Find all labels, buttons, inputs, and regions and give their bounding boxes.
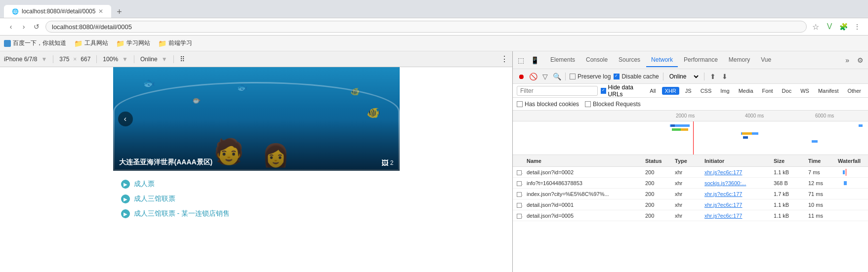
- zoom-selector[interactable]: 100%: [103, 56, 118, 63]
- devtools-panel: ⬚ 📱 Elements Console Sources Network Per…: [512, 51, 868, 272]
- filter-type-css[interactable]: CSS: [698, 87, 715, 95]
- new-tab-button[interactable]: +: [113, 6, 125, 18]
- extensions-icon[interactable]: 🧩: [838, 22, 848, 32]
- filter-type-other[interactable]: Other: [844, 87, 864, 95]
- filter-type-img[interactable]: Img: [717, 87, 732, 95]
- filter-type-xhr[interactable]: XHR: [662, 87, 679, 95]
- menu-icon[interactable]: ⋮: [852, 22, 862, 32]
- folder-icon: 📁: [74, 39, 83, 47]
- row-time: 11 ms: [804, 213, 834, 219]
- disable-cache-check-indicator: [614, 74, 620, 79]
- bookmark-tools[interactable]: 📁 工具网站: [74, 39, 108, 47]
- row-checkbox[interactable]: [513, 191, 523, 196]
- url-bar[interactable]: localhost:8080/#/detail/0005: [45, 21, 807, 33]
- image-count-text: 2: [390, 159, 394, 166]
- row-type: xhr: [671, 180, 701, 186]
- vuejs-icon[interactable]: V: [825, 22, 834, 32]
- bookmark-tools-label: 工具网站: [84, 39, 108, 47]
- reload-button[interactable]: ↺: [32, 22, 41, 32]
- device-icon[interactable]: 📱: [529, 54, 540, 66]
- clear-button[interactable]: 🚫: [529, 72, 537, 81]
- more-tabs-icon[interactable]: »: [841, 56, 853, 64]
- search-icon[interactable]: 🔍: [552, 72, 561, 81]
- table-row[interactable]: index.json?city=%E5%8C%97%... 200 xhr xh…: [513, 189, 868, 199]
- tab-memory[interactable]: Memory: [724, 53, 755, 67]
- hide-data-urls-checkbox[interactable]: Hide data URLs: [601, 84, 644, 98]
- export-har-button[interactable]: ⬇: [720, 72, 729, 81]
- tl-bar-2: [671, 124, 675, 127]
- devtools-toggle-icon[interactable]: ⋮: [500, 54, 508, 64]
- ticket-item-2[interactable]: ▶ 成人三馆联票: [121, 192, 392, 206]
- network-throttle-select[interactable]: Online Fast 3G Slow 3G Offline: [667, 73, 700, 80]
- row-initiator[interactable]: xhr.js?ec6c:177: [701, 213, 770, 219]
- has-blocked-cookies-checkbox[interactable]: Has blocked cookies: [517, 101, 579, 108]
- forward-button[interactable]: ›: [19, 22, 29, 32]
- tab-sources[interactable]: Sources: [614, 53, 645, 67]
- filter-type-doc[interactable]: Doc: [779, 87, 795, 95]
- preserve-log-check-indicator: [570, 74, 576, 79]
- bookmark-learning[interactable]: 📁 学习网站: [116, 39, 150, 47]
- row-initiator[interactable]: sockjs.js?3600:...: [701, 180, 770, 186]
- ticket-item-3[interactable]: ▶ 成人三馆联票 - 某一连锁店销售: [121, 206, 392, 221]
- table-row[interactable]: detail.json?id=0005 200 xhr xhr.js?ec6c:…: [513, 210, 868, 221]
- filter-type-js[interactable]: JS: [682, 87, 695, 95]
- height-value[interactable]: 667: [81, 56, 90, 63]
- table-row[interactable]: detail.json?id=0002 200 xhr xhr.js?ec6c:…: [513, 167, 868, 178]
- settings-icon[interactable]: ⚙: [854, 54, 866, 66]
- row-checkbox[interactable]: [513, 169, 523, 175]
- row-initiator[interactable]: xhr.js?ec6c:177: [701, 202, 770, 208]
- preserve-log-checkbox[interactable]: Preserve log: [570, 73, 611, 80]
- main-area: iPhone 6/7/8 ▼ 375 × 667 100% ▼ Online ▼…: [0, 51, 868, 272]
- tab-elements[interactable]: Elements: [545, 53, 580, 67]
- row-waterfall: [834, 181, 868, 185]
- blocked-requests-checkbox[interactable]: Blocked Requests: [585, 101, 641, 108]
- row-type: xhr: [671, 169, 701, 175]
- tab-close[interactable]: ✕: [98, 8, 103, 15]
- more-options-icon[interactable]: ⠿: [180, 55, 185, 63]
- row-initiator[interactable]: xhr.js?ec6c:177: [701, 191, 770, 197]
- ticket-item-1[interactable]: ▶ 成人票: [121, 177, 392, 192]
- import-har-button[interactable]: ⬆: [708, 72, 717, 81]
- tab-console[interactable]: Console: [581, 53, 613, 67]
- image-slider: 🐟 🐠 🐡 🐟 🐠 🧑 👩 ‹: [113, 67, 400, 171]
- bookmark-baidu[interactable]: 百度一下，你就知道: [4, 39, 66, 47]
- bookmark-frontend[interactable]: 📁 前端学习: [158, 39, 192, 47]
- row-size: 1.1 kB: [770, 213, 804, 219]
- filter-input[interactable]: [517, 86, 598, 96]
- filter-type-font[interactable]: Font: [759, 87, 776, 95]
- ruler-6000: 6000 ms: [815, 113, 834, 118]
- browser-tab[interactable]: 🌐 localhost:8080/#/detail/0005 ✕: [4, 5, 111, 18]
- star-icon[interactable]: ☆: [811, 22, 821, 32]
- disable-cache-checkbox[interactable]: Disable cache: [614, 73, 659, 80]
- back-button[interactable]: ‹: [6, 22, 16, 32]
- filter-type-manifest[interactable]: Manifest: [815, 87, 842, 95]
- row-checkbox[interactable]: [513, 212, 523, 218]
- filter-type-media[interactable]: Media: [736, 87, 756, 95]
- row-checkbox[interactable]: [513, 201, 523, 207]
- row-checkbox[interactable]: [513, 180, 523, 186]
- ticket-label-1: 成人票: [134, 180, 155, 189]
- tab-vue[interactable]: Vue: [756, 53, 776, 67]
- filter-icon[interactable]: ▽: [540, 72, 549, 81]
- cursor-icon[interactable]: ⬚: [515, 54, 527, 66]
- filter-type-ws[interactable]: WS: [797, 87, 812, 95]
- tab-bar: 🌐 localhost:8080/#/detail/0005 ✕ +: [0, 0, 868, 18]
- network-selector[interactable]: Online: [140, 56, 158, 63]
- toolbar-separator: [565, 73, 566, 80]
- timeline-ruler: 2000 ms 4000 ms 6000 ms: [513, 111, 868, 121]
- filter-type-all[interactable]: All: [647, 87, 659, 95]
- device-selector[interactable]: iPhone 6/7/8: [4, 56, 37, 63]
- ticket-label-2: 成人三馆联票: [134, 194, 175, 203]
- tab-performance[interactable]: Performance: [679, 53, 723, 67]
- blocked-filter-bar: Has blocked cookies Blocked Requests: [513, 98, 868, 111]
- tab-network[interactable]: Network: [646, 53, 678, 67]
- width-value[interactable]: 375: [59, 56, 69, 63]
- row-name: info?t=1604486378853: [523, 180, 641, 186]
- slider-prev-button[interactable]: ‹: [118, 112, 133, 126]
- table-row[interactable]: info?t=1604486378853 200 xhr sockjs.js?3…: [513, 178, 868, 189]
- filter-bar: Hide data URLs All XHR JS CSS Img Media …: [513, 84, 868, 98]
- table-row[interactable]: detail.json?id=0001 200 xhr xhr.js?ec6c:…: [513, 199, 868, 210]
- row-time: 10 ms: [804, 202, 834, 208]
- record-button[interactable]: ⏺: [517, 72, 526, 81]
- row-initiator[interactable]: xhr.js?ec6c:177: [701, 169, 770, 175]
